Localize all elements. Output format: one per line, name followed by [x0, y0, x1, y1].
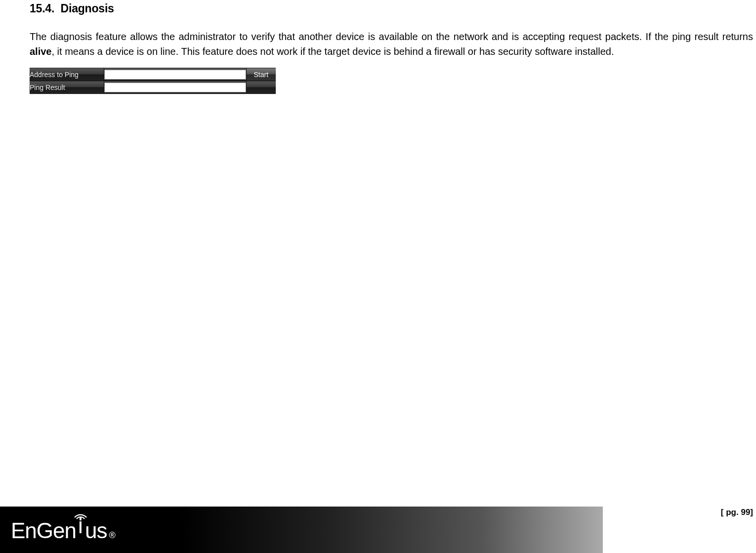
- address-to-ping-label: Address to Ping: [30, 68, 104, 81]
- logo-text-part1: EnGen: [11, 518, 76, 543]
- ping-address-row: Address to Ping Start: [30, 68, 276, 81]
- ping-result-blank-cell: [246, 81, 276, 94]
- ping-result-input-cell: [104, 81, 246, 94]
- ping-result-output: [104, 83, 246, 92]
- body-paragraph: The diagnosis feature allows the adminis…: [30, 29, 753, 59]
- para-bold: alive: [30, 46, 51, 57]
- footer-bar: EnGen i us®: [0, 507, 603, 553]
- logo-text-part2: us: [85, 518, 107, 543]
- para-part1: The diagnosis feature allows the adminis…: [30, 31, 753, 42]
- engenius-logo: EnGen i us®: [11, 516, 116, 543]
- logo-i-letter: i: [76, 516, 85, 538]
- ping-result-row: Ping Result: [30, 81, 276, 94]
- page-number: [ pg. 99]: [721, 508, 753, 517]
- para-part2: , it means a device is on line. This fea…: [51, 46, 614, 57]
- diagnosis-ping-widget: Address to Ping Start Ping Result: [30, 68, 276, 94]
- ping-result-label: Ping Result: [30, 81, 104, 94]
- section-heading: 15.4. Diagnosis: [30, 2, 756, 15]
- section-title-text: Diagnosis: [61, 2, 114, 15]
- start-button[interactable]: Start: [246, 68, 276, 81]
- address-to-ping-input[interactable]: [104, 70, 246, 80]
- section-number: 15.4.: [30, 2, 54, 15]
- registered-trademark-icon: ®: [109, 530, 115, 541]
- address-to-ping-input-cell: [104, 68, 246, 81]
